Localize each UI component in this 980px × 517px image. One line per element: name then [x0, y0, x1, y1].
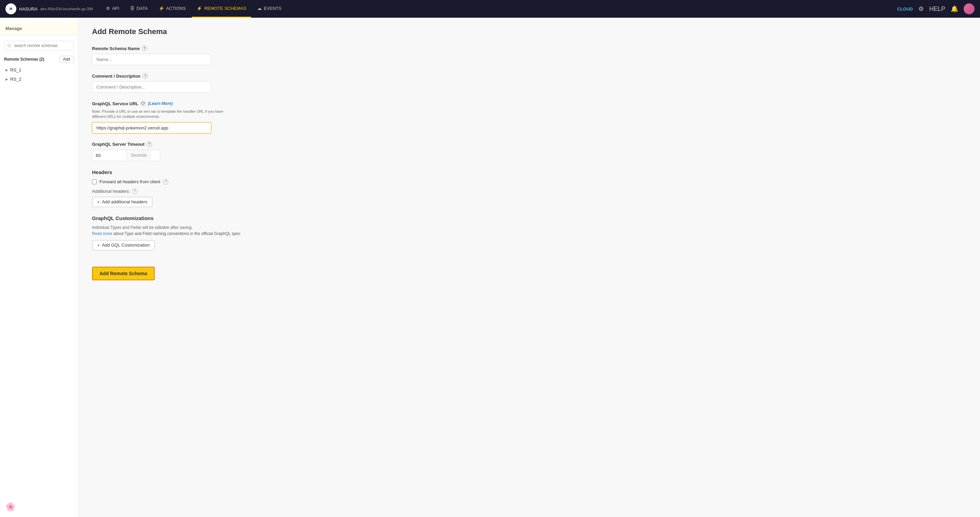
branch-label: dev-45bc534-krushanfix-gs-399	[40, 7, 93, 11]
topnav: H HASURA dev-45bc534-krushanfix-gs-399 ⚙…	[0, 0, 980, 18]
logo-text: HASURA	[19, 6, 38, 11]
graphql-url-note: Note: Provide a URL or use an env var to…	[92, 109, 235, 119]
remote-schemas-icon: ⚡	[197, 6, 202, 11]
bell-icon[interactable]: 🔔	[951, 5, 958, 13]
nav-events[interactable]: ☁ EVENTS	[253, 0, 286, 18]
remote-schema-name-label: Remote Schema Name ?	[92, 46, 966, 51]
nav-remote-schemas[interactable]: ⚡ REMOTE SCHEMAS	[192, 0, 251, 18]
sidebar-manage-label: Manage	[0, 23, 78, 35]
read-more-link[interactable]: Read more	[92, 231, 112, 236]
form-group-comment: Comment / Description ?	[92, 73, 966, 93]
events-icon: ☁	[257, 6, 262, 11]
customizations-read-more-line: Read more about Type and Field naming co…	[92, 231, 966, 236]
forward-headers-checkbox[interactable]	[92, 179, 97, 184]
forward-headers-row: Forward all headers from client ?	[92, 179, 966, 185]
customizations-description: Individual Types and Fields will be edit…	[92, 225, 966, 230]
nav-data[interactable]: 🗄 DATA	[126, 0, 153, 18]
url-help-icon[interactable]: 🛡	[140, 101, 146, 106]
form-group-customizations: GraphQL Customizations Individual Types …	[92, 215, 966, 250]
logo-icon: H	[5, 3, 16, 14]
layout: Manage Remote Schemas (2) Add ▶ RS_1 ▶ R…	[0, 18, 980, 517]
timeout-input[interactable]: 60	[92, 150, 126, 161]
search-input[interactable]	[4, 41, 74, 51]
headers-section-title: Headers	[92, 169, 966, 175]
comment-label: Comment / Description ?	[92, 73, 966, 79]
learn-more-link[interactable]: (Learn More)	[148, 101, 173, 106]
sidebar-item-rs2[interactable]: ▶ RS_2	[0, 75, 78, 84]
actions-icon: ⚡	[159, 6, 164, 11]
form-group-name: Remote Schema Name ?	[92, 46, 966, 65]
topnav-nav: ⚙ API 🗄 DATA ⚡ ACTIONS ⚡ REMOTE SCHEMAS …	[101, 0, 897, 18]
add-additional-headers-button[interactable]: + Add additional headers	[92, 197, 152, 207]
sidebar-item-rs1-label: RS_1	[10, 67, 21, 73]
graphql-service-url-input[interactable]: https://graphql-pokemon2.vercel.app	[92, 122, 211, 133]
nav-api[interactable]: ⚙ API	[101, 0, 124, 18]
graphql-service-url-label: GraphQL Service URL 🛡 (Learn More)	[92, 101, 966, 106]
avatar[interactable]	[964, 3, 975, 14]
timeout-label: GraphQL Server Timeout ?	[92, 142, 966, 147]
sidebar-item-rs2-label: RS_2	[10, 77, 21, 82]
forward-headers-label: Forward all headers from client	[100, 179, 160, 184]
main-content: Add Remote Schema Remote Schema Name ? C…	[78, 18, 980, 517]
add-gql-customization-button[interactable]: + Add GQL Customization	[92, 240, 155, 250]
help-label[interactable]: HELP	[929, 5, 945, 13]
add-headers-plus-icon: +	[97, 199, 100, 205]
comment-help-icon[interactable]: ?	[142, 73, 148, 79]
remote-schema-name-help-icon[interactable]: ?	[142, 46, 147, 51]
form-group-headers: Headers Forward all headers from client …	[92, 169, 966, 207]
form-group-timeout: GraphQL Server Timeout ? 60 Seconds	[92, 142, 966, 161]
rs1-arrow-icon: ▶	[5, 68, 8, 72]
timeout-input-wrap: 60 Seconds	[92, 150, 160, 161]
sidebar-item-rs1[interactable]: ▶ RS_1	[0, 65, 78, 75]
data-icon: 🗄	[130, 6, 135, 11]
timeout-suffix: Seconds	[126, 150, 151, 160]
remote-schema-name-input[interactable]	[92, 54, 211, 65]
additional-headers-label: Additional headers: ?	[92, 189, 966, 194]
api-icon: ⚙	[106, 6, 110, 11]
add-customization-plus-icon: +	[97, 243, 100, 248]
add-remote-schema-button[interactable]: Add	[59, 56, 74, 63]
timeout-help-icon[interactable]: ?	[146, 142, 152, 147]
forward-headers-help-icon[interactable]: ?	[163, 179, 168, 185]
logo[interactable]: H HASURA dev-45bc534-krushanfix-gs-399	[5, 3, 93, 14]
nav-actions[interactable]: ⚡ ACTIONS	[154, 0, 191, 18]
cloud-link[interactable]: CLOUD	[897, 6, 913, 11]
sidebar-section-header: Remote Schemas (2) Add	[0, 53, 78, 65]
customizations-section-title: GraphQL Customizations	[92, 215, 966, 221]
comment-input[interactable]	[92, 81, 211, 93]
topnav-right: CLOUD ⚙ HELP 🔔	[897, 3, 975, 14]
page-title: Add Remote Schema	[92, 27, 966, 36]
form-group-url: GraphQL Service URL 🛡 (Learn More) Note:…	[92, 101, 966, 133]
sidebar-search-wrap	[0, 38, 78, 53]
sidebar-section-title: Remote Schemas (2)	[4, 57, 44, 62]
settings-icon[interactable]: ⚙	[918, 5, 924, 13]
additional-headers-help-icon[interactable]: ?	[132, 189, 137, 194]
rs2-arrow-icon: ▶	[5, 77, 8, 81]
decorative-flower-icon: 🌸	[5, 502, 16, 512]
add-remote-schema-submit-button[interactable]: Add Remote Schema	[92, 267, 155, 280]
sidebar: Manage Remote Schemas (2) Add ▶ RS_1 ▶ R…	[0, 18, 78, 517]
